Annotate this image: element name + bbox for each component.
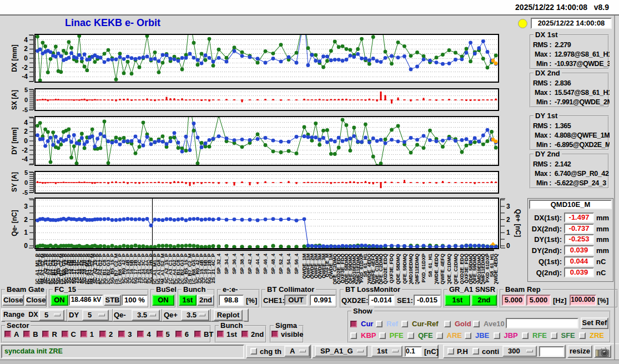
- svg-text:2: 2: [24, 45, 28, 53]
- svg-text:SP_52_4: SP_52_4: [278, 254, 284, 274]
- svg-text:S8_61_H1: S8_61_H1: [427, 254, 433, 277]
- svg-text:3: 3: [506, 203, 510, 210]
- svg-text:2: 2: [24, 128, 28, 135]
- svg-text:-2: -2: [22, 146, 28, 154]
- svg-text:SP_54_4: SP_54_4: [286, 254, 291, 274]
- svg-text:1: 1: [506, 229, 510, 236]
- svg-text:2: 2: [24, 216, 28, 224]
- svg-text:SP_48_4: SP_48_4: [270, 254, 276, 274]
- svg-text:SP_34_4: SP_34_4: [224, 254, 229, 274]
- svg-text:PXD_61DXP: PXD_61DXP: [421, 254, 426, 282]
- svg-text:4: 4: [24, 119, 28, 127]
- svg-text:5: 5: [24, 87, 28, 93]
- svg-text:-2: -2: [22, 64, 28, 72]
- svg-text:QDE_58DMQ: QDE_58DMQ: [395, 254, 401, 285]
- svg-text:-5: -5: [22, 107, 28, 113]
- svg-text:0: 0: [24, 97, 28, 103]
- svg-text:QWDE_4EDQ: QWDE_4EDQ: [493, 254, 499, 286]
- svg-text:4: 4: [24, 36, 28, 44]
- svg-text:0: 0: [24, 54, 28, 62]
- svg-text:0: 0: [24, 137, 28, 145]
- svg-text:2: 2: [506, 216, 510, 224]
- svg-text:SP_42_4: SP_42_4: [247, 254, 253, 274]
- svg-text:Qe- [nC]: Qe- [nC]: [11, 210, 18, 236]
- svg-text:-5: -5: [22, 189, 28, 196]
- svg-text:Qe+ [nC]: Qe+ [nC]: [514, 209, 522, 237]
- svg-text:3: 3: [24, 203, 28, 210]
- svg-text:SY [A]: SY [A]: [11, 172, 18, 192]
- svg-text:QWFE_4EFQ: QWFE_4EFQ: [440, 254, 445, 285]
- svg-text:SP_36_4: SP_36_4: [232, 254, 237, 274]
- svg-text:QFE_59DMQ: QFE_59DMQ: [402, 254, 407, 284]
- svg-text:QDE_C1DMQ: QDE_C1DMQ: [446, 254, 452, 285]
- svg-text:SX [A]: SX [A]: [11, 90, 18, 110]
- svg-text:SP_32_4: SP_32_4: [216, 254, 222, 274]
- svg-text:QMF11EDMQ: QMF11EDMQ: [414, 254, 420, 285]
- svg-text:2S_21_4C_P: 2S_21_4C_P: [210, 254, 216, 284]
- svg-text:QMD10EDMQ: QMD10EDMQ: [408, 254, 414, 286]
- svg-text:QFE_C2DMQ: QFE_C2DMQ: [453, 254, 459, 285]
- svg-text:-4: -4: [22, 155, 28, 163]
- svg-text:SP_38_4: SP_38_4: [239, 254, 245, 274]
- svg-text:-4: -4: [22, 73, 28, 80]
- svg-text:SP_44_4: SP_44_4: [255, 254, 260, 274]
- svg-text:1: 1: [24, 229, 28, 236]
- svg-text:SP_56_4: SP_56_4: [294, 254, 299, 274]
- svg-text:0: 0: [506, 242, 510, 250]
- svg-text:DY [mm]: DY [mm]: [11, 127, 18, 154]
- svg-text:0: 0: [24, 242, 28, 250]
- svg-text:QXF3E_FDQ: QXF3E_FDQ: [389, 254, 394, 284]
- svg-text:SP_46_4: SP_46_4: [263, 254, 268, 274]
- svg-text:5: 5: [24, 169, 28, 176]
- svg-text:DX [mm]: DX [mm]: [11, 44, 18, 72]
- svg-text:0: 0: [24, 179, 28, 186]
- svg-text:QWDE_4EDQ: QWDE_4EDQ: [434, 254, 439, 286]
- svg-text:QXD2E_EDQ: QXD2E_EDQ: [383, 254, 388, 284]
